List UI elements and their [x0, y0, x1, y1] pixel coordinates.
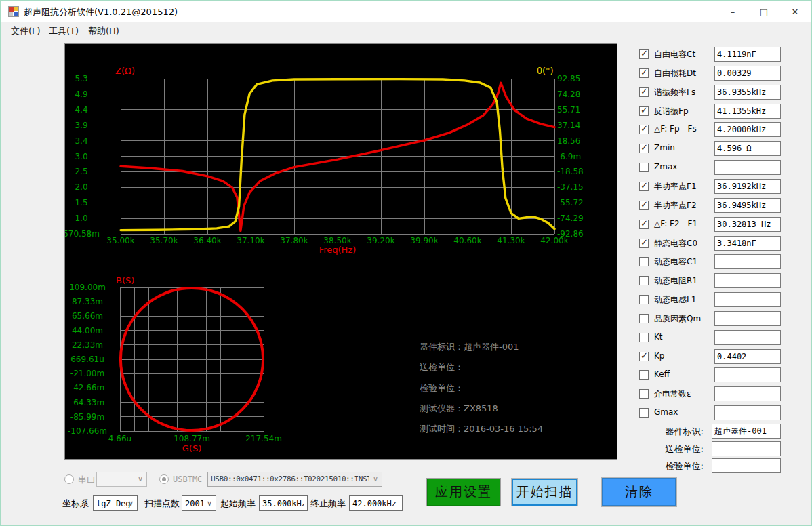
- serial-port-select[interactable]: ∨: [96, 472, 147, 487]
- svg-text:37.10k: 37.10k: [237, 236, 264, 245]
- result-value-input[interactable]: [714, 236, 781, 251]
- result-row: Keff: [637, 367, 812, 382]
- result-checkbox[interactable]: [639, 49, 649, 59]
- device-info-line: 测试仪器：ZX8518: [420, 403, 498, 413]
- result-checkbox[interactable]: [639, 87, 649, 97]
- result-checkbox[interactable]: [639, 201, 649, 210]
- device-info-line: 器件标识：超声器件-001: [420, 342, 519, 352]
- result-label: Kp: [654, 351, 665, 361]
- result-checkbox[interactable]: [639, 408, 649, 418]
- sweep-points-label: 扫描点数: [144, 495, 180, 511]
- result-checkbox[interactable]: [639, 163, 649, 172]
- svg-text:4.9: 4.9: [75, 89, 87, 99]
- menu-file[interactable]: 文件(F): [7, 22, 45, 41]
- result-checkbox[interactable]: [639, 239, 649, 248]
- result-checkbox[interactable]: [639, 333, 649, 342]
- result-value-input[interactable]: [714, 66, 781, 81]
- chevron-down-icon: ∨: [138, 474, 143, 483]
- result-value-input[interactable]: [714, 349, 781, 364]
- coord-system-value: lgZ-Deg: [96, 499, 131, 508]
- result-label: Zmax: [654, 162, 677, 171]
- result-checkbox[interactable]: [639, 370, 649, 380]
- result-label: 动态电容C1: [654, 256, 697, 268]
- result-value-input[interactable]: [714, 160, 781, 175]
- start-scan-button[interactable]: 开始扫描: [512, 479, 577, 506]
- result-value-input[interactable]: [714, 122, 781, 137]
- svg-text:74.28: 74.28: [557, 89, 580, 99]
- result-row: 介电常数ε: [637, 386, 812, 401]
- result-value-input[interactable]: [714, 47, 781, 62]
- clear-button[interactable]: 清除: [602, 478, 676, 506]
- result-checkbox[interactable]: [639, 68, 649, 78]
- result-value-input[interactable]: [714, 179, 781, 194]
- coord-system-label: 坐标系: [62, 495, 89, 511]
- result-value-input[interactable]: [714, 405, 781, 420]
- result-checkbox[interactable]: [639, 276, 649, 285]
- result-checkbox[interactable]: [639, 257, 649, 266]
- result-value-input[interactable]: [714, 292, 781, 307]
- result-value-input[interactable]: [714, 330, 781, 345]
- usbtmc-radio[interactable]: [159, 474, 169, 484]
- result-checkbox[interactable]: [639, 125, 649, 134]
- result-checkbox[interactable]: [639, 314, 649, 323]
- apply-settings-button[interactable]: 应用设置: [426, 478, 501, 506]
- result-value-input[interactable]: [714, 273, 781, 288]
- result-checkbox[interactable]: [639, 144, 649, 153]
- serial-radio[interactable]: [64, 474, 74, 484]
- result-row: Kt: [637, 330, 812, 345]
- id-field-input[interactable]: [712, 424, 781, 439]
- result-label: Gmax: [654, 407, 678, 417]
- result-checkbox[interactable]: [639, 352, 649, 361]
- id-field-label: 器件标识:: [644, 426, 704, 438]
- app-window: 超声阻抗分析软件(V1.0.21@201512) – □ ✕ 文件(F) 工具(…: [0, 0, 812, 526]
- svg-text:55.71: 55.71: [557, 105, 580, 115]
- device-info-line: 送检单位：: [420, 362, 464, 372]
- result-value-input[interactable]: [714, 254, 781, 269]
- svg-text:92.85: 92.85: [557, 74, 580, 83]
- svg-text:37.14: 37.14: [557, 121, 580, 130]
- id-field-input[interactable]: [712, 441, 781, 456]
- maximize-button[interactable]: □: [748, 1, 779, 22]
- result-value-input[interactable]: [714, 217, 781, 232]
- svg-text:-6.9m: -6.9m: [557, 152, 581, 161]
- svg-text:40.60k: 40.60k: [453, 236, 481, 245]
- id-field-label: 检验单位:: [644, 460, 704, 472]
- result-value-input[interactable]: [714, 367, 781, 382]
- result-value-input[interactable]: [714, 198, 781, 213]
- result-checkbox[interactable]: [639, 220, 649, 229]
- svg-text:35.70k: 35.70k: [150, 236, 178, 245]
- result-label: Kt: [654, 332, 663, 342]
- start-frequency-input[interactable]: [259, 495, 308, 511]
- chevron-down-icon: ∨: [207, 499, 212, 508]
- menu-tools[interactable]: 工具(T): [45, 22, 83, 41]
- result-checkbox[interactable]: [639, 295, 649, 304]
- result-label: 反谐振Fp: [654, 106, 689, 117]
- svg-text:-85.99m: -85.99m: [70, 412, 104, 422]
- svg-text:-55.72: -55.72: [557, 198, 584, 207]
- sweep-points-select[interactable]: 2001 ∨: [182, 495, 216, 511]
- close-button[interactable]: ✕: [779, 1, 811, 22]
- svg-text:217.54m: 217.54m: [245, 434, 282, 443]
- result-checkbox[interactable]: [639, 182, 649, 191]
- result-row: Zmax: [637, 160, 812, 175]
- result-value-input[interactable]: [714, 141, 781, 156]
- result-checkbox[interactable]: [639, 106, 649, 116]
- svg-text:-64.33m: -64.33m: [70, 398, 104, 407]
- serial-label: 串口: [78, 474, 96, 486]
- stop-frequency-input[interactable]: [349, 495, 403, 511]
- result-row: 品质因素Qm: [637, 311, 812, 326]
- svg-text:θ(°): θ(°): [537, 66, 554, 76]
- plot-panel: 5.34.94.43.93.43.02.52.01.51.0570.58m92.…: [64, 43, 617, 460]
- result-value-input[interactable]: [714, 104, 781, 119]
- result-checkbox[interactable]: [639, 389, 649, 399]
- coord-system-select[interactable]: lgZ-Deg ∨: [93, 495, 138, 511]
- result-value-input[interactable]: [714, 85, 781, 100]
- usbtmc-address-select[interactable]: USB0::0x0471::0x2786::T020215010::INSTR …: [207, 472, 382, 487]
- result-value-input[interactable]: [714, 311, 781, 326]
- id-field-input[interactable]: [712, 458, 781, 473]
- result-value-input[interactable]: [714, 386, 781, 401]
- menu-help[interactable]: 帮助(H): [84, 22, 123, 41]
- minimize-button[interactable]: –: [717, 1, 748, 22]
- id-field-label: 送检单位:: [644, 443, 704, 456]
- results-panel: 自由电容Ct自由损耗Dt谐振频率Fs反谐振Fp△F: Fp - FsZminZm…: [637, 43, 812, 484]
